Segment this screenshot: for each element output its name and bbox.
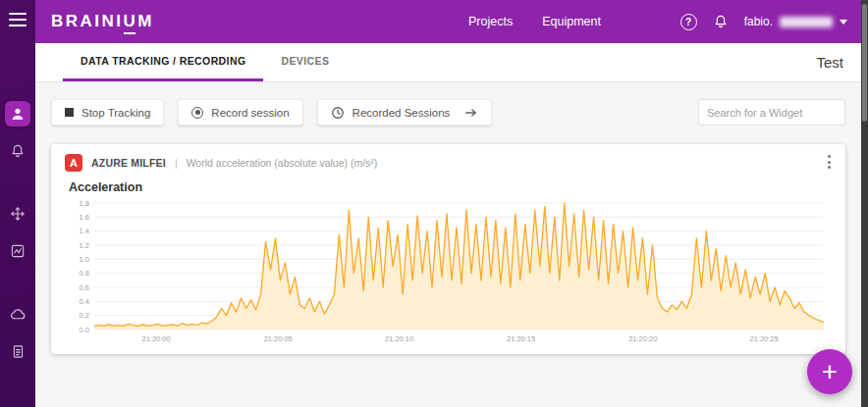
acceleration-widget-card: A AZURE MILFEI | World acceleration (abs… xyxy=(51,144,845,354)
app-window: BRAINIUM Projects Equipment ? fabio. DAT… xyxy=(0,0,868,407)
user-account-menu[interactable]: fabio. xyxy=(744,15,847,28)
svg-text:1.0: 1.0 xyxy=(80,255,89,264)
cloud-icon xyxy=(10,306,27,323)
svg-text:21:20:00: 21:20:00 xyxy=(142,334,171,343)
widget-subtitle: World acceleration (absolute value) (m/s… xyxy=(187,157,378,169)
svg-text:1.4: 1.4 xyxy=(80,227,89,235)
area-chart-svg: 0.00.20.40.60.81.01.21.41.61.821:20:0021… xyxy=(65,196,832,345)
svg-text:0.8: 0.8 xyxy=(80,269,89,278)
stop-tracking-button[interactable]: Stop Tracking xyxy=(51,99,164,126)
recorded-sessions-label: Recorded Sessions xyxy=(353,107,451,119)
tab-data-tracking-recording[interactable]: DATA TRACKING / RECORDING xyxy=(63,43,263,81)
window-scrollbar[interactable] xyxy=(861,0,868,407)
top-navigation: Projects Equipment xyxy=(468,15,601,28)
sidebar-item-move[interactable] xyxy=(5,201,30,227)
widget-options-kebab-icon[interactable] xyxy=(820,152,838,172)
nav-projects[interactable]: Projects xyxy=(468,15,513,28)
chart-title: Acceleration xyxy=(69,180,832,194)
widget-card-header: A AZURE MILFEI | World acceleration (abs… xyxy=(65,154,832,172)
svg-text:21:20:25: 21:20:25 xyxy=(750,334,779,343)
add-widget-fab[interactable]: + xyxy=(807,349,852,394)
toolbar: Stop Tracking Record session Recorded Se… xyxy=(35,82,861,126)
tab-devices[interactable]: DEVICES xyxy=(263,43,347,81)
sidebar-item-messages[interactable] xyxy=(5,401,30,407)
stop-tracking-label: Stop Tracking xyxy=(81,107,150,119)
svg-text:21:20:15: 21:20:15 xyxy=(507,334,535,343)
header-separator: | xyxy=(175,157,178,169)
project-context-label: Test xyxy=(816,54,843,71)
sidebar-item-notifications[interactable] xyxy=(5,138,30,164)
acceleration-chart: 0.00.20.40.60.81.01.21.41.61.821:20:0021… xyxy=(65,196,832,345)
brainium-logo: BRAINIUM xyxy=(51,12,154,31)
sidebar-item-widgets[interactable] xyxy=(5,238,30,264)
sidebar-item-reports[interactable] xyxy=(5,338,30,364)
arrow-right-icon xyxy=(463,106,478,120)
record-session-button[interactable]: Record session xyxy=(178,99,302,126)
svg-text:0.4: 0.4 xyxy=(80,297,89,306)
svg-text:0.0: 0.0 xyxy=(80,326,89,334)
record-icon xyxy=(191,107,203,119)
svg-text:1.6: 1.6 xyxy=(80,213,89,222)
stop-icon xyxy=(65,108,74,117)
svg-text:21:20:10: 21:20:10 xyxy=(385,334,413,343)
sidebar-item-cloud[interactable] xyxy=(5,301,30,327)
clock-icon xyxy=(331,106,345,120)
move-icon xyxy=(10,206,26,222)
record-session-label: Record session xyxy=(211,107,289,119)
bell-icon xyxy=(10,143,26,159)
document-icon xyxy=(11,344,26,359)
person-icon xyxy=(10,106,26,122)
sidebar-item-profile[interactable] xyxy=(5,101,30,127)
help-icon[interactable]: ? xyxy=(680,14,697,30)
widget-chart-icon xyxy=(10,243,26,259)
widget-search-input[interactable] xyxy=(707,107,846,119)
svg-text:0.6: 0.6 xyxy=(80,283,89,292)
nav-equipment[interactable]: Equipment xyxy=(542,15,601,28)
svg-text:21:20:05: 21:20:05 xyxy=(264,334,293,343)
widget-search xyxy=(698,99,845,126)
chevron-down-icon xyxy=(840,20,847,25)
svg-text:0.2: 0.2 xyxy=(80,311,89,320)
recorded-sessions-button[interactable]: Recorded Sessions xyxy=(317,99,493,126)
notifications-bell-icon[interactable] xyxy=(713,14,729,29)
tabs-bar: DATA TRACKING / RECORDING DEVICES Test xyxy=(35,43,861,82)
device-name: AZURE MILFEI xyxy=(91,157,166,169)
top-app-bar: BRAINIUM Projects Equipment ? fabio. xyxy=(35,0,861,43)
svg-text:1.8: 1.8 xyxy=(80,199,89,208)
svg-text:21:20:20: 21:20:20 xyxy=(628,334,657,343)
left-sidebar xyxy=(0,0,35,407)
svg-text:1.2: 1.2 xyxy=(80,241,89,250)
main-content: DATA TRACKING / RECORDING DEVICES Test S… xyxy=(35,43,861,407)
user-name-redacted xyxy=(780,17,833,27)
user-name: fabio. xyxy=(744,15,773,28)
hamburger-menu-icon[interactable] xyxy=(9,13,27,26)
scrollbar-thumb[interactable] xyxy=(862,4,867,122)
device-app-icon: A xyxy=(65,154,82,172)
